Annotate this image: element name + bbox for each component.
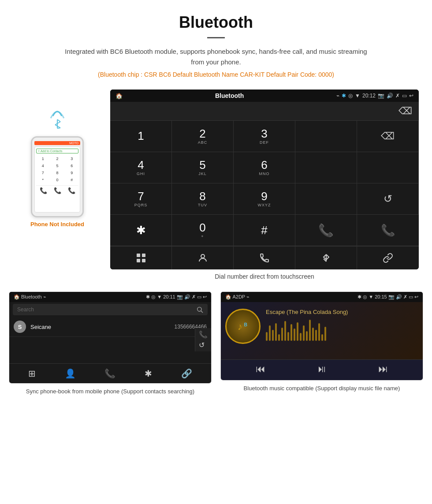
dial-cell-empty-1 (295, 121, 357, 152)
dial-call-red[interactable]: 📞 (357, 215, 419, 246)
svg-text:♪: ♪ (238, 321, 242, 332)
contact-name: Seicane (30, 324, 170, 330)
dial-key-3[interactable]: 3 DEF (234, 121, 295, 152)
phone-frame: MOTO + Add to Contacts 1 2 3 4 5 6 7 8 9… (31, 136, 84, 217)
dial-screen: 🏠 Bluetooth ⌁ ✱ ◎ ▼ 20:12 📷 🔊 ✗ ▭ ↩ (110, 90, 419, 269)
dial-key-5[interactable]: 5 JKL (172, 152, 234, 183)
prev-btn[interactable]: ⏮ (256, 363, 265, 375)
svg-line-12 (201, 311, 203, 313)
pb-empty-space (9, 337, 211, 363)
dial-cell-empty-3 (357, 152, 419, 183)
phonebook-contact-row[interactable]: S Seicane 13566664466 (9, 317, 211, 337)
pb-tool-grid[interactable]: ⊞ (28, 368, 36, 379)
dial-keypad-grid: 1 2 ABC 3 DEF ⌫ 4 GHI (110, 120, 419, 246)
equalizer (266, 319, 418, 341)
statusbar-title: Bluetooth (215, 92, 244, 99)
close-icon[interactable]: ✗ (395, 93, 400, 99)
pb-tool-contacts[interactable]: 👤 (65, 368, 76, 379)
pb-statusbar-left: 🏠 Bluetooth ⌁ (14, 294, 46, 300)
dial-key-hash[interactable]: # (234, 215, 295, 246)
bluetooth-specs: (Bluetooth chip : CSR BC6 Default Blueto… (9, 71, 423, 78)
backspace-icon[interactable]: ⌫ (381, 131, 395, 142)
svg-rect-8 (142, 259, 145, 262)
dial-key-4[interactable]: 4 GHI (110, 152, 172, 183)
bluetooth-wifi-icon (46, 103, 68, 134)
home-icon[interactable]: 🏠 (115, 93, 123, 99)
title-divider (207, 37, 225, 38)
svg-rect-5 (137, 254, 140, 257)
dial-key-0[interactable]: 0 + (172, 215, 234, 246)
refresh-icon: ↺ (384, 193, 392, 205)
dial-caption: Dial number direct from touchscreen (110, 273, 419, 280)
dial-tool-bluetooth[interactable] (295, 246, 357, 269)
statusbar-right: ⌁ ✱ ◎ ▼ 20:12 📷 🔊 ✗ ▭ ↩ (336, 93, 413, 99)
phonebook-card: 🏠 Bluetooth ⌁ ✱ ◎ ▼ 20:11 📷 🔊 ✗ ▭ ↩ Sear… (9, 291, 212, 396)
dial-key-7[interactable]: 7 PQRS (110, 183, 172, 215)
pb-statusbar: 🏠 Bluetooth ⌁ ✱ ◎ ▼ 20:11 📷 🔊 ✗ ▭ ↩ (9, 292, 211, 302)
page-header: Bluetooth Integrated with BC6 Bluetooth … (0, 0, 432, 90)
music-card: 🏠 A2DP ⌁ ✱ ◎ ▼ 20:15 📷 🔊 ✗ ▭ ↩ ♪ ʙ (220, 291, 423, 396)
dial-cell-refresh[interactable]: ↺ (357, 183, 419, 215)
dial-backspace-btn[interactable]: ⌫ (398, 105, 412, 117)
dial-tool-grid[interactable] (110, 246, 172, 269)
dial-cell-empty-4 (295, 183, 357, 215)
dial-key-9[interactable]: 9 WXYZ (234, 183, 295, 215)
svg-line-1 (57, 119, 60, 122)
pb-toolbar: ⊞ 👤 📞 ✱ 🔗 (9, 363, 211, 383)
pb-tool-bluetooth[interactable]: ✱ (145, 368, 152, 379)
dial-cell-empty-2 (295, 152, 357, 183)
music-statusbar: 🏠 A2DP ⌁ ✱ ◎ ▼ 20:15 📷 🔊 ✗ ▭ ↩ (221, 292, 423, 302)
play-pause-btn[interactable]: ⏯ (317, 363, 327, 375)
dial-key-star[interactable]: ✱ (110, 215, 172, 246)
music-content: ♪ ʙ Escape (The Pina Colada Song) (221, 302, 423, 359)
music-controls: ⏮ ⏯ ⏭ (221, 359, 423, 378)
dial-key-8[interactable]: 8 TUV (172, 183, 234, 215)
dial-screen-container: 🏠 Bluetooth ⌁ ✱ ◎ ▼ 20:12 📷 🔊 ✗ ▭ ↩ (110, 90, 419, 287)
music-screen: 🏠 A2DP ⌁ ✱ ◎ ▼ 20:15 📷 🔊 ✗ ▭ ↩ ♪ ʙ (221, 292, 423, 380)
pb-search-bar[interactable]: Search (13, 304, 208, 315)
pb-tool-link[interactable]: 🔗 (181, 368, 192, 379)
music-screenshot: 🏠 A2DP ⌁ ✱ ◎ ▼ 20:15 📷 🔊 ✗ ▭ ↩ ♪ ʙ (220, 291, 423, 381)
back-icon[interactable]: ↩ (409, 93, 413, 99)
dial-key-1[interactable]: 1 (110, 121, 172, 152)
next-btn[interactable]: ⏭ (378, 363, 388, 375)
window-icon[interactable]: ▭ (402, 93, 407, 99)
bt-icon: ✱ (342, 93, 346, 99)
phone-illustration: MOTO + Add to Contacts 1 2 3 4 5 6 7 8 9… (13, 90, 101, 228)
pb-refresh-icon[interactable]: ↺ (199, 341, 208, 349)
svg-rect-7 (137, 259, 140, 262)
camera-icon[interactable]: 📷 (378, 93, 384, 99)
pb-call-icon[interactable]: 📞 (199, 330, 208, 339)
phone-screen: + Add to Contacts 1 2 3 4 5 6 7 8 9 * 0 … (34, 146, 80, 213)
phonebook-screenshot: 🏠 Bluetooth ⌁ ✱ ◎ ▼ 20:11 📷 🔊 ✗ ▭ ↩ Sear… (9, 291, 212, 384)
page-description: Integrated with BC6 Bluetooth module, su… (62, 46, 370, 67)
volume-icon[interactable]: 🔊 (387, 93, 393, 99)
dial-call-green[interactable]: 📞 (295, 215, 357, 246)
dial-tool-phone[interactable] (234, 246, 295, 269)
dial-key-6[interactable]: 6 MNO (234, 152, 295, 183)
search-placeholder: Search (17, 306, 34, 313)
music-caption: Bluetooth music compatible (Support disp… (220, 384, 423, 393)
add-contacts-btn: + Add to Contacts (36, 149, 78, 153)
bottom-screenshots: 🏠 Bluetooth ⌁ ✱ ◎ ▼ 20:11 📷 🔊 ✗ ▭ ↩ Sear… (0, 291, 432, 396)
svg-line-4 (57, 128, 60, 128)
dial-toolbar (110, 246, 419, 269)
dial-tool-link[interactable] (357, 246, 419, 269)
page-title: Bluetooth (9, 13, 423, 32)
music-statusbar-left: 🏠 A2DP ⌁ (225, 294, 250, 300)
call-icon: 📞 (318, 223, 334, 238)
time-display: 20:12 (362, 93, 376, 99)
main-section: MOTO + Add to Contacts 1 2 3 4 5 6 7 8 9… (0, 90, 432, 287)
svg-text:ʙ: ʙ (244, 321, 247, 328)
phonebook-screen: 🏠 Bluetooth ⌁ ✱ ◎ ▼ 20:11 📷 🔊 ✗ ▭ ↩ Sear… (9, 292, 211, 383)
dial-cell-backspace-display: ⌫ (357, 121, 419, 152)
svg-point-9 (201, 254, 205, 258)
dial-tool-contacts[interactable] (172, 246, 234, 269)
dial-key-2[interactable]: 2 ABC (172, 121, 234, 152)
signal-icon: ▼ (355, 93, 360, 99)
usb-icon: ⌁ (336, 93, 339, 99)
phone-not-included-label: Phone Not Included (30, 221, 84, 228)
pb-tool-phone[interactable]: 📞 (104, 368, 115, 379)
album-art: ♪ ʙ (225, 309, 261, 344)
phone-keypad: 1 2 3 4 5 6 7 8 9 * 0 # (36, 156, 78, 183)
